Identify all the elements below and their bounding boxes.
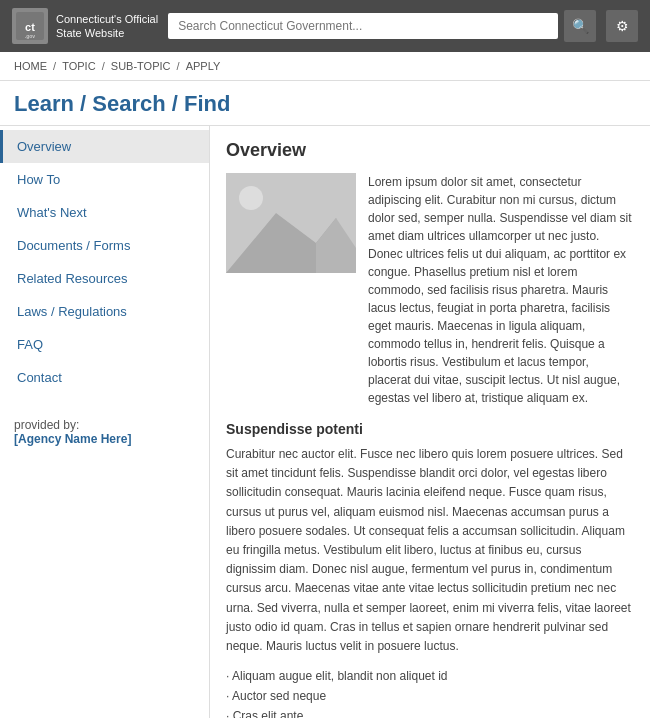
sidebar-provider: provided by: [Agency Name Here] xyxy=(0,402,209,454)
breadcrumb-home[interactable]: HOME xyxy=(14,60,47,72)
sidebar-item-contact[interactable]: Contact xyxy=(0,361,209,394)
list-item: Aliquam augue elit, blandit non aliquet … xyxy=(226,666,634,686)
list-item: Auctor sed neque xyxy=(226,686,634,706)
section-body: Curabitur nec auctor elit. Fusce nec lib… xyxy=(226,445,634,656)
content-title: Overview xyxy=(226,140,634,161)
content-area: Overview Lorem ipsum dolor sit amet, con… xyxy=(210,126,650,718)
sidebar-item-laws-regulations[interactable]: Laws / Regulations xyxy=(0,295,209,328)
breadcrumb: HOME / TOPIC / SUB-TOPIC / APPLY xyxy=(0,52,650,81)
section-paragraph: Curabitur nec auctor elit. Fusce nec lib… xyxy=(226,445,634,656)
list-item: Cras elit ante xyxy=(226,706,634,718)
sidebar-item-documents-forms[interactable]: Documents / Forms xyxy=(0,229,209,262)
sidebar: Overview How To What's Next Documents / … xyxy=(0,126,210,718)
search-icon: 🔍 xyxy=(572,18,589,34)
logo-text: Connecticut's Official State Website xyxy=(56,12,158,41)
settings-button[interactable]: ⚙ xyxy=(606,10,638,42)
main-layout: Overview How To What's Next Documents / … xyxy=(0,126,650,718)
sidebar-item-how-to[interactable]: How To xyxy=(0,163,209,196)
svg-text:ct: ct xyxy=(25,21,35,33)
sidebar-item-related-resources[interactable]: Related Resources xyxy=(0,262,209,295)
content-overview: Lorem ipsum dolor sit amet, consectetur … xyxy=(226,173,634,407)
search-button[interactable]: 🔍 xyxy=(564,10,596,42)
site-header: ct .gov Connecticut's Official State Web… xyxy=(0,0,650,52)
svg-point-6 xyxy=(239,186,263,210)
search-input[interactable] xyxy=(168,13,558,39)
agency-link[interactable]: [Agency Name Here] xyxy=(14,432,131,446)
breadcrumb-subtopic[interactable]: SUB-TOPIC xyxy=(111,60,171,72)
bullet-list: Aliquam augue elit, blandit non aliquet … xyxy=(226,666,634,718)
content-intro-text: Lorem ipsum dolor sit amet, consectetur … xyxy=(368,173,634,407)
content-image xyxy=(226,173,356,273)
breadcrumb-topic[interactable]: TOPIC xyxy=(62,60,95,72)
gear-icon: ⚙ xyxy=(616,18,629,34)
sidebar-item-faq[interactable]: FAQ xyxy=(0,328,209,361)
logo-area: ct .gov Connecticut's Official State Web… xyxy=(12,8,158,44)
logo-icon: ct .gov xyxy=(12,8,48,44)
breadcrumb-apply[interactable]: APPLY xyxy=(186,60,221,72)
sidebar-item-whats-next[interactable]: What's Next xyxy=(0,196,209,229)
sidebar-item-overview[interactable]: Overview xyxy=(0,130,209,163)
search-area: 🔍 xyxy=(168,10,596,42)
page-title: Learn / Search / Find xyxy=(0,81,650,126)
svg-text:.gov: .gov xyxy=(25,33,35,39)
section-heading: Suspendisse potenti xyxy=(226,421,634,437)
